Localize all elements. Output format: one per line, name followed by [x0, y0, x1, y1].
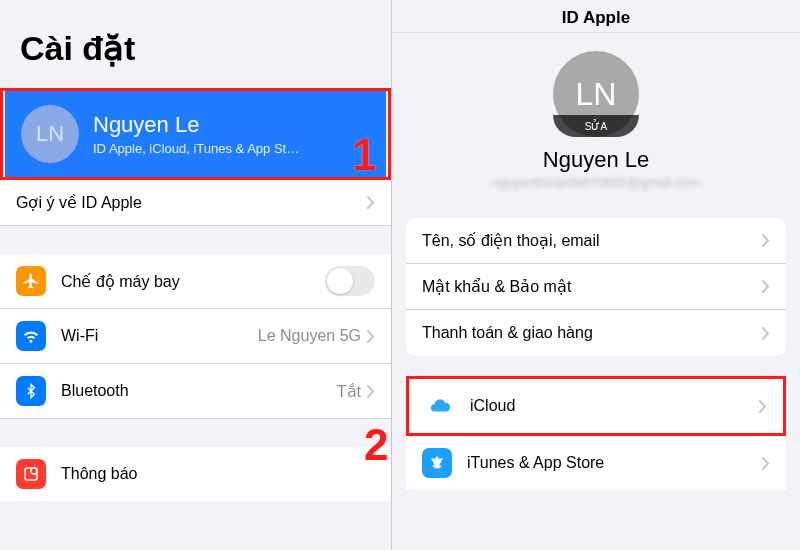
apple-id-navtitle: ID Apple	[392, 0, 800, 33]
password-security-row[interactable]: Mật khẩu & Bảo mật	[406, 264, 786, 310]
avatar-large-initials: LN	[576, 76, 617, 113]
chevron-right-icon	[759, 400, 767, 413]
bluetooth-icon	[16, 376, 46, 406]
account-name: Nguyen Le	[543, 147, 649, 173]
settings-title: Cài đặt	[0, 0, 391, 80]
account-email-blurred: nguyenthicamle070895@gmail.com	[493, 175, 700, 190]
chevron-right-icon	[762, 234, 770, 247]
notifications-row[interactable]: Thông báo	[0, 447, 391, 501]
payment-shipping-row[interactable]: Thanh toán & giao hàng	[406, 310, 786, 356]
apple-id-panel: ID Apple LN SỬA Nguyen Le nguyenthicamle…	[392, 0, 800, 550]
bluetooth-row[interactable]: Bluetooth Tắt	[0, 364, 391, 419]
name-phone-email-row[interactable]: Tên, số điện thoại, email	[406, 218, 786, 264]
avatar-edit-label[interactable]: SỬA	[553, 115, 639, 137]
icloud-label: iCloud	[470, 397, 515, 415]
payment-shipping-label: Thanh toán & giao hàng	[422, 324, 593, 342]
icloud-row[interactable]: iCloud	[409, 379, 783, 433]
chevron-right-icon	[367, 330, 375, 343]
apple-id-suggestion-row[interactable]: Gợi ý về ID Apple	[0, 180, 391, 226]
bluetooth-value: Tắt	[337, 382, 361, 401]
profile-name: Nguyen Le	[93, 112, 299, 138]
password-security-label: Mật khẩu & Bảo mật	[422, 277, 571, 296]
profile-subtitle: ID Apple, iCloud, iTunes & App St…	[93, 141, 299, 156]
notifications-label: Thông báo	[61, 465, 138, 483]
apple-id-suggestion-label: Gợi ý về ID Apple	[16, 193, 142, 212]
chevron-right-icon	[762, 327, 770, 340]
appstore-icon	[422, 448, 452, 478]
notifications-icon	[16, 459, 46, 489]
chevron-right-icon	[367, 385, 375, 398]
wifi-label: Wi-Fi	[61, 327, 98, 345]
highlight-step-1: LN Nguyen Le ID Apple, iCloud, iTunes & …	[0, 88, 391, 180]
avatar-large[interactable]: LN SỬA	[553, 51, 639, 137]
airplane-mode-label: Chế độ máy bay	[61, 272, 180, 291]
icloud-icon	[425, 391, 455, 421]
chevron-right-icon	[367, 196, 375, 209]
itunes-appstore-label: iTunes & App Store	[467, 454, 604, 472]
apple-id-row[interactable]: LN Nguyen Le ID Apple, iCloud, iTunes & …	[5, 91, 386, 177]
avatar-initials: LN	[21, 105, 79, 163]
bluetooth-label: Bluetooth	[61, 382, 129, 400]
settings-panel: Cài đặt LN Nguyen Le ID Apple, iCloud, i…	[0, 0, 392, 550]
services-section: iCloud iTunes & App Store	[406, 376, 786, 490]
airplane-mode-row[interactable]: Chế độ máy bay	[0, 254, 391, 309]
step-number-1: 1	[352, 130, 376, 180]
airplane-icon	[16, 266, 46, 296]
chevron-right-icon	[762, 457, 770, 470]
account-info-section: Tên, số điện thoại, email Mật khẩu & Bảo…	[406, 218, 786, 356]
name-phone-email-label: Tên, số điện thoại, email	[422, 231, 600, 250]
highlight-step-2: iCloud	[406, 376, 786, 436]
step-number-2: 2	[364, 420, 388, 470]
profile-header: LN SỬA Nguyen Le nguyenthicamle070895@gm…	[392, 33, 800, 198]
wifi-value: Le Nguyen 5G	[258, 327, 361, 345]
svg-point-1	[31, 468, 37, 474]
chevron-right-icon	[762, 280, 770, 293]
airplane-mode-toggle[interactable]	[325, 266, 375, 296]
wifi-row[interactable]: Wi-Fi Le Nguyen 5G	[0, 309, 391, 364]
itunes-appstore-row[interactable]: iTunes & App Store	[406, 436, 786, 490]
wifi-icon	[16, 321, 46, 351]
